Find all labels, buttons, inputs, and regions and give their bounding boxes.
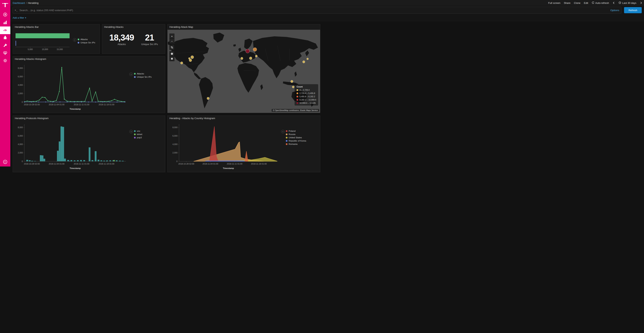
sidebar-item-dashboard[interactable]: [0, 27, 10, 34]
attacks-histogram-chart[interactable]: 02,0004,0006,0008,0002018-10-28 02:00201…: [15, 63, 128, 111]
legend-toggle-button[interactable]: [73, 38, 76, 42]
map-zoom-in-button[interactable]: [170, 34, 174, 39]
country-histogram-chart[interactable]: 02,0004,0006,0008,0002018-10-28 02:00201…: [170, 122, 280, 167]
legend-item[interactable]: Russia: [286, 133, 306, 135]
legend-item[interactable]: 8,182.2 – 10,908.6: [296, 99, 316, 101]
svg-text:4,000: 4,000: [18, 143, 23, 145]
panel-title[interactable]: Heralding Attacks Bar: [13, 24, 100, 30]
map-fit-bounds-button[interactable]: [170, 45, 174, 50]
protocols-histogram-chart[interactable]: 02,0004,0006,0008,0002018-10-28 02:00201…: [15, 122, 128, 167]
legend-toggle-button[interactable]: [281, 130, 284, 133]
legend-item[interactable]: Poland: [286, 130, 306, 132]
panel-title[interactable]: Heralding Attacks Histogram: [13, 56, 165, 62]
map-attack-marker[interactable]: [189, 59, 192, 62]
add-filter-link[interactable]: Add a filter+: [13, 16, 26, 19]
panel-title[interactable]: Heralding Attack Map: [168, 24, 320, 30]
breadcrumb-dashboard-link[interactable]: Dashboard: [13, 2, 25, 5]
legend-swatch-icon: [286, 143, 288, 145]
metric-value: 18,349: [110, 33, 134, 42]
attacks-bar-chart[interactable]: 5,00010,00015,000: [15, 31, 72, 51]
bar-chart-icon: [3, 20, 8, 25]
map-attack-marker[interactable]: [253, 48, 257, 51]
map-polygon-tool-button[interactable]: [170, 51, 174, 56]
svg-text:4,000: 4,000: [18, 84, 23, 86]
sidebar-item-dev-tools[interactable]: [0, 42, 10, 50]
legend-swatch-icon: [78, 42, 79, 44]
map-zoom-out-button[interactable]: [170, 39, 174, 44]
legend-swatch-icon: [286, 137, 288, 139]
map-attack-marker[interactable]: [302, 61, 305, 63]
svg-text:15,000: 15,000: [56, 48, 63, 51]
sidebar-item-visualize[interactable]: [0, 19, 10, 27]
legend-item[interactable]: 3 – 2,729.4: [296, 89, 316, 91]
legend-swatch-icon: [78, 39, 79, 40]
telekom-logo[interactable]: [2, 2, 8, 8]
legend-item[interactable]: Republic of Korea: [286, 140, 306, 142]
svg-text:8,000: 8,000: [172, 126, 178, 129]
chevron-left-icon: [3, 160, 8, 165]
legend-label: 2,729.4 – 5,455.8: [300, 92, 315, 94]
legend-item[interactable]: United States: [286, 136, 306, 139]
map-attack-marker[interactable]: [246, 49, 250, 53]
legend-label: Unique Src IPs: [137, 76, 152, 78]
legend-item[interactable]: 5,455.8 – 8,182.2: [296, 95, 316, 98]
legend-item[interactable]: Attacks: [78, 38, 95, 41]
legend-swatch-icon: [134, 76, 136, 78]
sidebar-item-discover[interactable]: [0, 11, 10, 19]
legend-swatch-icon: [286, 134, 288, 135]
world-map[interactable]: Count 3 – 2,729.42,729.4 – 5,455.85,455.…: [168, 30, 320, 113]
legend-item[interactable]: 10,908.6 – 13,635: [296, 102, 316, 104]
wrench-icon: [3, 43, 7, 48]
map-attack-marker[interactable]: [290, 80, 293, 83]
map-attack-marker[interactable]: [191, 56, 194, 59]
map-attack-marker[interactable]: [292, 86, 294, 88]
legend-item[interactable]: telnet: [134, 133, 142, 135]
sidebar-item-t-pot[interactable]: [0, 34, 10, 42]
panel-title[interactable]: Heralding Protocols Histogram: [13, 116, 165, 121]
metric-value: 21: [141, 33, 158, 42]
legend-item[interactable]: Unique Src IPs: [78, 42, 95, 44]
panel-title[interactable]: Heralding Attacks: [102, 24, 165, 30]
panel-heralding-attacks-metric: Heralding Attacks 18,349 Attacks 21 Uniq…: [102, 24, 165, 54]
chart-canvas[interactable]: 5,00010,00015,000: [15, 31, 72, 51]
chart-canvas[interactable]: 02,0004,0006,0008,0002018-10-28 02:00201…: [15, 122, 128, 167]
search-field[interactable]: >_ Options: [13, 7, 322, 14]
legend-swatch-icon: [134, 73, 136, 75]
map-attack-marker[interactable]: [249, 57, 252, 60]
legend-item[interactable]: vnc: [134, 130, 142, 132]
map-attribution[interactable]: © OpenStreetMap contributors, Elastic Ma…: [272, 109, 319, 112]
panel-title[interactable]: Heralding - Attacks by Country Histogram: [168, 116, 320, 121]
map-rectangle-tool-button[interactable]: [170, 56, 174, 61]
terminal-prompt-icon: >_: [15, 9, 18, 12]
legend-item[interactable]: pop3: [134, 136, 142, 139]
search-input[interactable]: [19, 9, 322, 12]
legend-swatch-icon: [296, 99, 298, 101]
svg-text:5,000: 5,000: [28, 48, 33, 51]
map-attack-marker[interactable]: [180, 62, 183, 64]
svg-text:6,000: 6,000: [172, 135, 178, 137]
svg-text:2018-10-28 02:00: 2018-10-28 02:00: [24, 103, 40, 106]
search-bar-row: >_ Options Refresh: [10, 6, 322, 15]
legend-label: 3 – 2,729.4: [300, 89, 310, 91]
sidebar-collapse-button[interactable]: [0, 158, 10, 167]
sidebar-item-management[interactable]: [0, 57, 10, 65]
map-attack-marker[interactable]: [207, 97, 209, 100]
map-attack-marker[interactable]: [255, 55, 258, 57]
legend-toggle-button[interactable]: [130, 73, 133, 76]
legend-label: Republic of Korea: [289, 140, 306, 142]
map-attack-marker[interactable]: [240, 57, 243, 60]
svg-text:2018-10-28 02:00: 2018-10-28 02:00: [24, 163, 40, 165]
legend-toggle-button[interactable]: [130, 130, 133, 133]
legend-label: Attacks: [80, 38, 88, 41]
legend-item[interactable]: Attacks: [134, 73, 152, 75]
chart-canvas[interactable]: 02,0004,0006,0008,0002018-10-28 02:00201…: [170, 122, 280, 167]
legend-swatch-icon: [134, 134, 136, 135]
svg-text:2018-11-18 01:00: 2018-11-18 01:00: [251, 163, 266, 165]
chart-canvas[interactable]: 02,0004,0006,0008,0002018-10-28 02:00201…: [15, 63, 128, 111]
legend-item[interactable]: Romania: [286, 143, 306, 145]
map-attack-marker[interactable]: [307, 58, 308, 60]
sidebar-item-monitoring[interactable]: [0, 50, 10, 57]
legend-item[interactable]: Unique Src IPs: [134, 76, 152, 78]
legend-item[interactable]: 2,729.4 – 5,455.8: [296, 92, 316, 94]
svg-text:2018-11-04 01:00: 2018-11-04 01:00: [49, 163, 64, 165]
